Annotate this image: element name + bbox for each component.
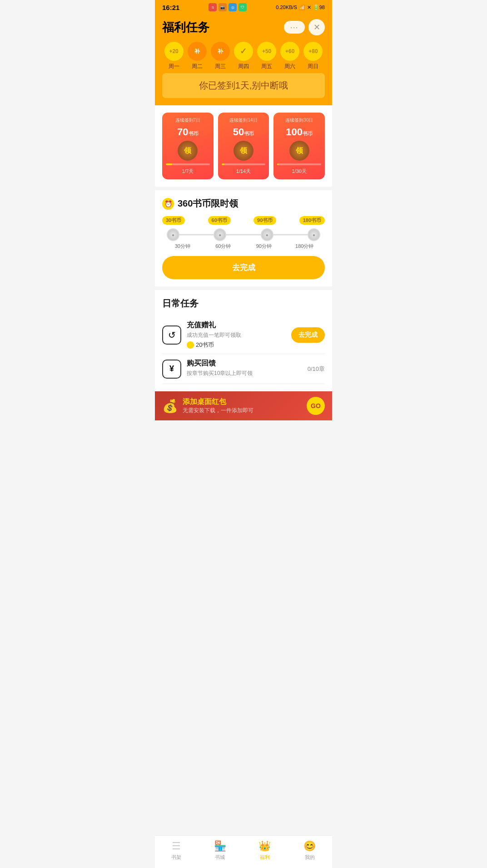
banner-title: 添加桌面红包 xyxy=(183,397,307,407)
task-purchase-info: 购买回馈 按章节购买10章以上即可领 xyxy=(187,359,302,379)
timeline-labels: 30分钟60分钟90分钟180分钟 xyxy=(162,243,325,250)
day-badge: 补 xyxy=(211,42,230,61)
timeline-label: 180分钟 xyxy=(284,243,325,250)
close-button[interactable]: ✕ xyxy=(308,19,325,35)
day-label: 周四 xyxy=(238,63,249,70)
timeline-nodes: ●●●● xyxy=(167,228,320,241)
reward-claim-button[interactable]: 领 xyxy=(289,141,309,161)
reward-progress-bar xyxy=(166,163,210,165)
wifi-icon: 📶 xyxy=(299,5,305,10)
day-item: 补周三 xyxy=(209,42,232,70)
milestone-item: 60书币 xyxy=(208,216,231,225)
more-button[interactable]: ··· xyxy=(284,21,305,34)
desktop-banner[interactable]: 💰 添加桌面红包 无需安装下载，一件添加即可 GO xyxy=(155,391,332,420)
day-label: 周五 xyxy=(261,63,272,70)
day-label: 周二 xyxy=(192,63,203,70)
day-label: 周一 xyxy=(169,63,179,70)
day-item: +80周日 xyxy=(302,42,325,70)
status-time: 16:21 xyxy=(162,4,179,11)
reward-card-coins: 70书币 xyxy=(177,126,198,138)
reward-progress-bar xyxy=(222,163,266,165)
reward-claim-button[interactable]: 领 xyxy=(178,141,198,161)
timeline-node: ● xyxy=(308,228,320,241)
app-icon-2: 📷 xyxy=(219,3,227,11)
task-recharge-coins: 20书币 xyxy=(187,341,286,349)
day-item: ✓周四 xyxy=(232,42,255,70)
reward-card: 连续签到7日 70书币 领 1/7天 xyxy=(162,113,214,179)
header: 福利任务 ··· ✕ xyxy=(155,15,332,42)
reward-card-coins: 100书币 xyxy=(286,126,313,138)
day-label: 周三 xyxy=(215,63,226,70)
day-badge: +80 xyxy=(303,42,323,61)
task-recharge-desc: 成功充值一笔即可领取 xyxy=(187,331,286,339)
reward-claim-button[interactable]: 领 xyxy=(234,141,253,161)
reward-card-title: 连续签到7日 xyxy=(175,117,201,123)
reward-card-coins: 50书币 xyxy=(233,126,254,138)
day-item: 补周二 xyxy=(185,42,209,70)
complete-reading-button[interactable]: 去完成 xyxy=(162,256,325,279)
day-badge: +50 xyxy=(257,42,276,61)
milestone-badge: 180书币 xyxy=(299,216,325,225)
network-speed: 0.20KB/S xyxy=(276,5,297,10)
banner-money-icon: 💰 xyxy=(162,399,178,414)
day-badge: ✓ xyxy=(234,42,253,61)
day-item: +50周五 xyxy=(255,42,278,70)
task-recharge: ↺ 充值赠礼 成功充值一笔即可领取 20书币 去完成 xyxy=(162,316,325,354)
banner-go-button[interactable]: GO xyxy=(307,397,325,415)
page-title: 福利任务 xyxy=(162,20,209,35)
task-purchase-desc: 按章节购买10章以上即可领 xyxy=(187,370,302,377)
checkin-message: 你已签到1天,别中断哦 xyxy=(162,73,325,98)
header-actions: ··· ✕ xyxy=(284,19,325,35)
task-purchase-name: 购买回馈 xyxy=(187,359,302,368)
reward-days: 1/7天 xyxy=(182,168,194,175)
status-app-icons: S 📷 ◎ 🛡 xyxy=(209,3,247,11)
milestone-badge: 30书币 xyxy=(162,216,185,225)
milestone-item: 30书币 xyxy=(162,216,185,225)
timeline-label: 60分钟 xyxy=(203,243,244,250)
time-reading-title: ⏰ 360书币限时领 xyxy=(162,197,325,210)
daily-tasks-title: 日常任务 xyxy=(162,297,325,310)
reward-card: 连续签到14日 50书币 领 1/14天 xyxy=(218,113,269,179)
timeline-node: ● xyxy=(214,228,226,241)
timeline-node: ● xyxy=(261,228,273,241)
app-icon-3: ◎ xyxy=(229,3,237,11)
milestones-row: 30书币60书币90书币180书币 xyxy=(162,216,325,225)
reward-cards: 连续签到7日 70书币 领 1/7天 连续签到14日 50书币 领 1/14天 … xyxy=(155,105,332,187)
milestone-badge: 60书币 xyxy=(208,216,231,225)
coin-icon xyxy=(187,341,194,349)
reward-days: 1/30天 xyxy=(292,168,306,175)
reward-card-title: 连续签到30日 xyxy=(285,117,313,123)
day-item: +60周六 xyxy=(278,42,302,70)
task-purchase-progress: 0/10章 xyxy=(308,365,325,373)
status-bar: 16:21 S 📷 ◎ 🛡 0.20KB/S 📶 ✕ 🔋98 xyxy=(155,0,332,15)
days-row: +20周一补周二补周三✓周四+50周五+60周六+80周日 xyxy=(162,42,325,70)
day-badge: +20 xyxy=(164,42,184,61)
status-right-icons: 0.20KB/S 📶 ✕ 🔋98 xyxy=(276,5,325,10)
task-purchase: ¥ 购买回馈 按章节购买10章以上即可领 0/10章 xyxy=(162,354,325,384)
reward-card: 连续签到30日 100书币 领 1/30天 xyxy=(273,113,325,179)
banner-text: 添加桌面红包 无需安装下载，一件添加即可 xyxy=(183,397,307,414)
task-recharge-name: 充值赠礼 xyxy=(187,321,286,330)
task-recharge-icon: ↺ xyxy=(162,326,181,345)
task-purchase-icon: ¥ xyxy=(162,360,181,379)
reward-days: 1/14天 xyxy=(236,168,251,175)
timeline-node: ● xyxy=(167,228,179,241)
day-item: +20周一 xyxy=(162,42,185,70)
clock-icon: ⏰ xyxy=(162,198,174,210)
day-badge: +60 xyxy=(280,42,299,61)
day-label: 周日 xyxy=(308,63,318,70)
battery-icon: 🔋98 xyxy=(313,5,325,10)
day-label: 周六 xyxy=(284,63,295,70)
task-recharge-button[interactable]: 去完成 xyxy=(291,327,325,343)
timeline: ●●●● xyxy=(162,228,325,241)
milestone-badge: 90书币 xyxy=(253,216,276,225)
day-badge: 补 xyxy=(188,42,207,61)
milestone-item: 180书币 xyxy=(299,216,325,225)
signal-icon: ✕ xyxy=(307,5,311,10)
timeline-label: 90分钟 xyxy=(244,243,284,250)
app-icon-4: 🛡 xyxy=(239,3,247,11)
daily-tasks-section: 日常任务 ↺ 充值赠礼 成功充值一笔即可领取 20书币 去完成 ¥ 购买回馈 按… xyxy=(155,290,332,391)
reward-progress-bar xyxy=(277,163,321,165)
time-reading-section: ⏰ 360书币限时领 30书币60书币90书币180书币 ●●●● 30分钟60… xyxy=(155,190,332,286)
milestone-item: 90书币 xyxy=(253,216,276,225)
